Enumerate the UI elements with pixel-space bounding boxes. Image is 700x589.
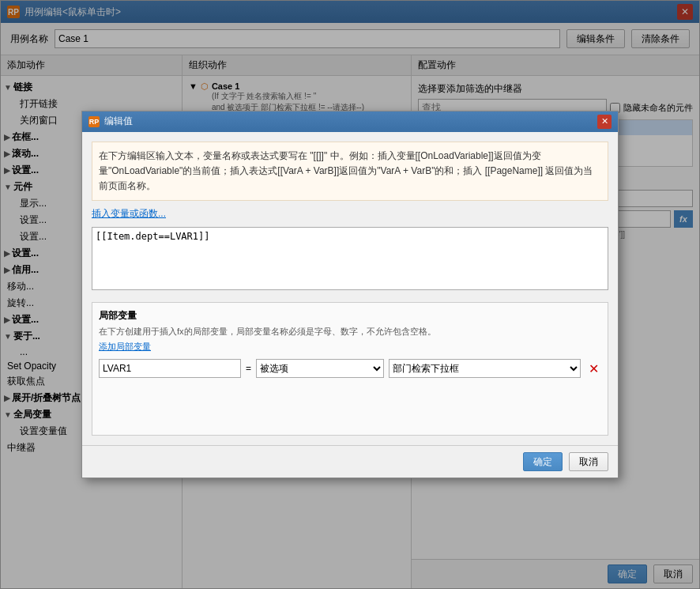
local-var-type-select[interactable]: 被选项 文字于 选中状态	[256, 359, 384, 378]
modal-description: 在下方编辑区输入文本，变量名称或表达式要写在 "[[]]" 中。例如：插入变量[…	[92, 142, 608, 202]
local-var-delete-button[interactable]: ✕	[585, 361, 601, 376]
modal-confirm-button[interactable]: 确定	[523, 452, 563, 471]
local-var-empty-space	[99, 381, 601, 429]
local-var-title: 局部变量	[99, 309, 601, 323]
modal-close-button[interactable]: ✕	[597, 115, 612, 129]
modal-title: 编辑值	[104, 115, 133, 128]
insert-var-link[interactable]: 插入变量或函数...	[92, 207, 608, 221]
modal-overlay: RP 编辑值 ✕ 在下方编辑区输入文本，变量名称或表达式要写在 "[[]]" 中…	[0, 0, 700, 589]
local-var-desc: 在下方创建用于插入fx的局部变量，局部变量名称必须是字母、数字，不允许包含空格。	[99, 326, 601, 338]
add-local-var-link[interactable]: 添加局部变量	[99, 341, 601, 353]
local-var-eq: =	[246, 363, 251, 374]
modal-cancel-button[interactable]: 取消	[569, 452, 608, 471]
modal-app-icon: RP	[88, 116, 100, 127]
editor-container: [[Item.dept==LVAR1]]	[92, 227, 608, 302]
local-var-name-input[interactable]	[99, 359, 241, 378]
modal-body: 在下方编辑区输入文本，变量名称或表达式要写在 "[[]]" 中。例如：插入变量[…	[82, 132, 618, 446]
local-var-section: 局部变量 在下方创建用于插入fx的局部变量，局部变量名称必须是字母、数字，不允许…	[92, 302, 608, 436]
modal-editor[interactable]: [[Item.dept==LVAR1]]	[92, 227, 608, 290]
local-var-row: = 被选项 文字于 选中状态 部门检索下拉框 姓名搜索输入框 ✕	[99, 359, 601, 378]
modal-dialog: RP 编辑值 ✕ 在下方编辑区输入文本，变量名称或表达式要写在 "[[]]" 中…	[81, 111, 619, 479]
modal-btn-row: 确定 取消	[82, 445, 618, 478]
local-var-target-select[interactable]: 部门检索下拉框 姓名搜索输入框	[389, 359, 581, 378]
modal-title-left: RP 编辑值	[88, 115, 133, 128]
modal-title-bar: RP 编辑值 ✕	[82, 111, 618, 132]
